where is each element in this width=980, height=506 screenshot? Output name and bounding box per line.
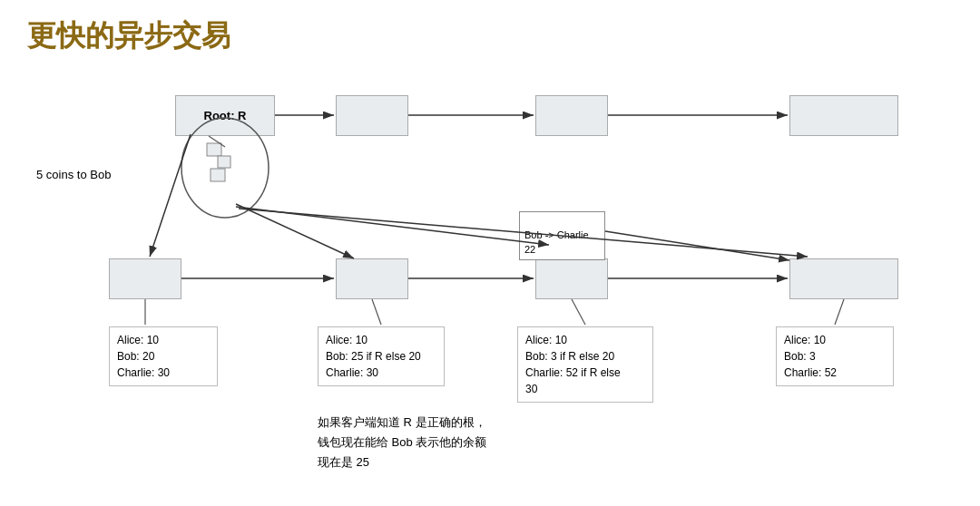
svg-line-17 [372, 299, 381, 325]
bottom-box-4 [789, 258, 898, 299]
bottom-box-2 [336, 258, 408, 299]
svg-line-18 [572, 299, 585, 325]
svg-line-11 [209, 136, 225, 147]
root-label: Root: R [204, 109, 247, 122]
svg-line-13 [236, 207, 549, 245]
state3-line3: Charlie: 52 if R else [525, 365, 645, 381]
coins-label: 5 coins to Bob [36, 168, 111, 181]
state2-line1: Alice: 10 [326, 332, 436, 348]
state-box-4: Alice: 10 Bob: 3 Charlie: 52 [776, 326, 894, 386]
state3-line2: Bob: 3 if R else 20 [525, 348, 645, 365]
state-box-3: Alice: 10 Bob: 3 if R else 20 Charlie: 5… [517, 326, 653, 403]
state3-line1: Alice: 10 [525, 332, 645, 348]
bottom-annotation: 如果客户端知道 R 是正确的根， 钱包现在能给 Bob 表示他的余额 现在是 2… [318, 413, 486, 472]
state4-line2: Bob: 3 [784, 348, 886, 365]
svg-line-19 [835, 299, 844, 325]
state1-line3: Charlie: 30 [117, 365, 210, 381]
state-box-1: Alice: 10 Bob: 20 Charlie: 30 [109, 326, 218, 386]
state2-line3: Charlie: 30 [326, 365, 436, 381]
state1-line1: Alice: 10 [117, 332, 210, 348]
bottom-box-1 [109, 258, 181, 299]
bottom-box-3 [535, 258, 608, 299]
top-box-3 [535, 95, 608, 136]
svg-line-15 [605, 231, 789, 260]
svg-rect-10 [211, 169, 225, 181]
svg-rect-9 [218, 156, 230, 168]
state3-line4: 30 [525, 381, 645, 397]
root-box: Root: R [175, 95, 275, 136]
bob-charlie-annotation: Bob -> Charlie 22 [519, 211, 605, 260]
svg-rect-8 [207, 143, 221, 156]
state2-line2: Bob: 25 if R else 20 [326, 348, 436, 365]
diagram-svg [0, 0, 980, 506]
bob-charlie-text: Bob -> Charlie 22 [524, 229, 589, 254]
svg-line-12 [236, 204, 354, 258]
top-box-2 [336, 95, 408, 136]
state4-line3: Charlie: 52 [784, 365, 886, 381]
svg-line-20 [150, 134, 191, 257]
page-title: 更快的异步交易 [27, 16, 230, 56]
top-box-4 [789, 95, 898, 136]
state1-line2: Bob: 20 [117, 348, 210, 365]
state4-line1: Alice: 10 [784, 332, 886, 348]
state-box-2: Alice: 10 Bob: 25 if R else 20 Charlie: … [318, 326, 445, 386]
